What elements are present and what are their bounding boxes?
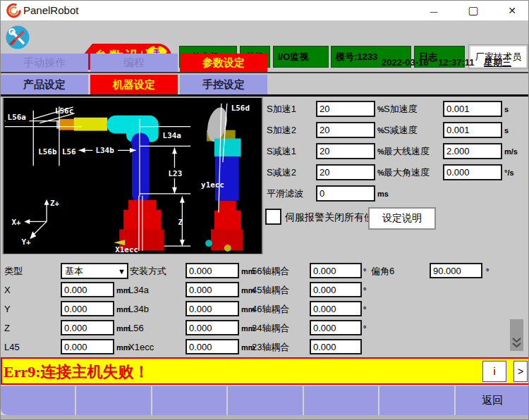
param-unit: ms <box>377 185 389 202</box>
form-label: 偏角6 <box>371 263 394 280</box>
bottom-button-3[interactable] <box>152 386 226 415</box>
form-label: 56轴耦合 <box>252 263 289 280</box>
param-unit: m/s <box>504 143 518 160</box>
bottom-button-1[interactable] <box>1 386 75 415</box>
tab-parameter-setting[interactable]: 参数设定 <box>180 54 267 72</box>
form-label: X1ecc <box>128 339 154 356</box>
panelrobot-swirl-icon <box>6 3 22 18</box>
axis56-coupling-input[interactable] <box>310 263 362 278</box>
type-dropdown-value: 基本 <box>65 265 83 278</box>
diagram-label-z: Z <box>178 218 183 227</box>
form-label: 类型 <box>4 263 23 280</box>
maximize-icon[interactable] <box>460 1 487 20</box>
max-linear-speed-input[interactable] <box>443 143 502 159</box>
axis34-coupling-input[interactable] <box>310 320 362 335</box>
s-decel2-input[interactable] <box>316 164 375 180</box>
titlebar: PanelRobot <box>1 1 529 20</box>
error-next-button[interactable]: > <box>513 361 528 382</box>
mount-offset-input[interactable] <box>186 263 239 278</box>
panelrobot-window: PanelRobot 参数设定 手 10 首台机0 单机 I/O <box>0 0 529 420</box>
servo-alarm-checkbox[interactable] <box>265 209 281 225</box>
form-row: 类型 基本 安装方式 mm 56轴耦合 ° 偏角6 ° <box>1 263 529 279</box>
form-label: X <box>4 282 11 299</box>
x-input[interactable] <box>61 282 114 297</box>
max-angular-speed-input[interactable] <box>443 164 502 180</box>
scroll-more-button[interactable] <box>510 319 523 351</box>
smooth-filter-input[interactable] <box>316 185 375 202</box>
bottom-button-bar: 返回 <box>1 386 529 415</box>
s-decel1-input[interactable] <box>316 143 375 159</box>
bottom-button-2[interactable] <box>76 386 150 415</box>
subtab-manual-control-setting[interactable]: 手控设定 <box>180 75 267 94</box>
bottom-button-4[interactable] <box>228 386 302 415</box>
wrench-screwdriver-icon[interactable] <box>5 25 30 50</box>
offset-angle6-input[interactable] <box>430 263 482 278</box>
param-label: S加速度 <box>384 101 418 118</box>
form-label: L56 <box>128 320 144 337</box>
form-label: Y <box>4 301 11 318</box>
weekday-text: 星期三 <box>484 57 511 68</box>
param-label: S减速2 <box>267 164 296 181</box>
l34a-input[interactable] <box>186 282 239 297</box>
form-row: L45 mm X1ecc mm 23轴耦合 <box>1 339 529 355</box>
z-input[interactable] <box>61 320 114 335</box>
subtab-divider-line <box>1 94 529 97</box>
error-info-button[interactable]: i <box>482 361 506 382</box>
form-unit: ° <box>363 263 366 280</box>
setting-help-button[interactable]: 设定说明 <box>368 207 436 230</box>
s-accel-time-input[interactable] <box>443 101 502 117</box>
tab-manual-operation[interactable]: 手动操作 <box>1 54 88 72</box>
error-message: Err9:连接主机失败！ <box>4 362 150 383</box>
param-label: S减速度 <box>384 122 418 139</box>
param-unit: s <box>504 122 509 139</box>
tab-programming[interactable]: 编程 <box>90 54 178 72</box>
error-bar: Err9:连接主机失败！ i > <box>1 357 529 385</box>
io-monitor-button[interactable]: I/O监视 <box>273 46 329 68</box>
back-button[interactable]: 返回 <box>456 386 529 415</box>
l34b-input[interactable] <box>186 301 239 316</box>
type-dropdown[interactable]: 基本 <box>61 263 128 279</box>
time-text: 12:37:11 <box>438 57 474 68</box>
param-row: S加速1 % S加速度 s <box>1 101 529 118</box>
subtab-machine-setting[interactable]: 机器设定 <box>90 75 178 94</box>
bottom-button-6[interactable] <box>379 386 454 415</box>
form-row: Y mm L34b mm 46轴耦合 ° <box>1 301 529 317</box>
param-label: S加速2 <box>267 122 296 139</box>
form-label: 34轴耦合 <box>252 320 289 337</box>
subtab-product-setting[interactable]: 产品设定 <box>1 75 88 94</box>
form-label: 23轴耦合 <box>252 339 289 356</box>
y-input[interactable] <box>61 301 114 316</box>
param-label: S减速1 <box>267 143 296 160</box>
l56-input[interactable] <box>186 320 239 335</box>
datetime-display: 2022-03-16 12:37:11 星期三 <box>382 56 526 69</box>
form-unit: ° <box>363 301 366 318</box>
tab-divider-line <box>1 72 529 73</box>
axis23-coupling-input[interactable] <box>310 339 362 354</box>
close-icon[interactable] <box>499 1 525 20</box>
param-label: 最大角速度 <box>384 164 430 181</box>
form-label: 安装方式 <box>130 263 166 280</box>
axis46-coupling-input[interactable] <box>310 301 362 316</box>
app-title: PanelRobot <box>23 4 78 16</box>
l45-input[interactable] <box>61 339 114 354</box>
s-accel2-input[interactable] <box>316 122 375 138</box>
s-accel1-input[interactable] <box>316 101 375 117</box>
param-row: 平滑滤波 ms <box>1 185 529 202</box>
form-label: 45轴耦合 <box>252 282 289 299</box>
form-row: X mm L34a mm 45轴耦合 ° <box>1 282 529 298</box>
form-unit: ° <box>363 282 366 299</box>
param-row: S减速2 % 最大角速度 °/s <box>1 164 529 181</box>
s-decel-time-input[interactable] <box>443 122 502 138</box>
chevron-down-icon <box>118 266 126 276</box>
param-row: S加速2 % S减速度 s <box>1 122 529 139</box>
date-text: 2022-03-16 <box>382 57 429 68</box>
axis45-coupling-input[interactable] <box>310 282 362 297</box>
diagram-label-x1ecc: X1ecc <box>115 245 138 254</box>
bottom-edge-strip <box>1 415 529 420</box>
double-chevron-down-icon <box>512 338 521 349</box>
minimize-icon[interactable] <box>420 1 447 20</box>
bottom-button-5[interactable] <box>304 386 378 415</box>
x1ecc-input[interactable] <box>186 339 239 354</box>
axis-label-y: Y+ <box>21 237 31 247</box>
param-unit: s <box>504 101 509 118</box>
